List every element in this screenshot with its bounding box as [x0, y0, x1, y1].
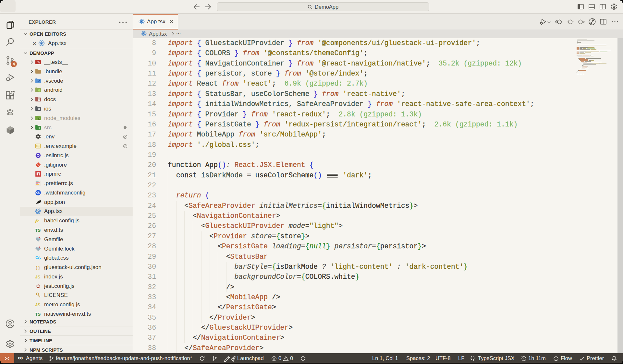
svg-text:TS: TS: [35, 228, 41, 233]
svg-text:{ }: { }: [35, 265, 40, 270]
svg-text:TS: TS: [35, 312, 41, 317]
svg-text:JS: JS: [38, 118, 41, 120]
svg-text:JS: JS: [35, 275, 41, 279]
svg-text:βe: βe: [35, 218, 39, 223]
svg-text:JS: JS: [35, 302, 41, 307]
